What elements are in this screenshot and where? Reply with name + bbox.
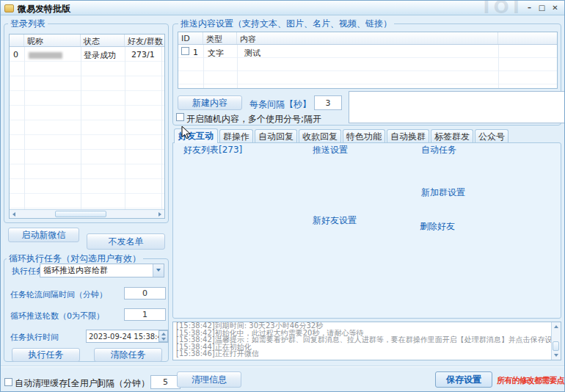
tab-auto-reply[interactable]: 自动回复 (255, 129, 297, 142)
tab-special-features[interactable]: 特色功能 (343, 129, 385, 142)
tab-friend-interaction[interactable]: 好友互动 (174, 128, 218, 143)
per-message-interval-label: 每条间隔【秒】 (249, 98, 311, 111)
tab-payment-reply[interactable]: 收款回复 (299, 129, 341, 142)
new-friend-panel-title: 新好友设置 (310, 216, 359, 225)
content-table-header: ID 类型 内容 (178, 32, 557, 45)
tab-group-ops[interactable]: 群操作 (219, 129, 253, 142)
clear-info-button[interactable]: 清理信息 (177, 371, 241, 388)
random-content-label: 开启随机内容，多个使用分号;隔开 (186, 113, 321, 126)
spinner-down-icon[interactable] (161, 338, 166, 341)
login-panel: 昵称 状态 好友/群数 0 登录成功 273/1 (4, 23, 169, 223)
rotate-interval-label: 任务轮流间隔时间（分钟） (10, 289, 107, 300)
grid-line (81, 47, 81, 210)
delete-friends-title: 删除好友 (418, 222, 457, 231)
chevron-down-icon[interactable] (153, 264, 164, 277)
content-col-type: 类型 (203, 32, 237, 44)
scroll-right-arrow[interactable] (157, 211, 163, 217)
push-content-panel-title: 推送内容设置（支持文本、图片、名片、视频、链接） (178, 19, 394, 29)
login-table-header: 昵称 状态 好友/群数 (10, 35, 164, 47)
auto-clean-cache-label: 自动清理缓存[全用户] (15, 377, 101, 390)
per-message-interval-input[interactable] (314, 95, 342, 110)
grid-line (24, 47, 25, 210)
login-row-index: 0 (13, 50, 18, 59)
auto-tasks-title: 自动任务 (419, 145, 459, 155)
login-col-index (10, 35, 24, 46)
start-new-wechat-button[interactable]: 启动新微信 (8, 228, 79, 242)
loop-task-panel: 执行任务 循环推送内容给群 任务轮流间隔时间（分钟） 循环推送轮数（0为不限） … (4, 258, 169, 362)
close-button[interactable]: ✕ (550, 4, 561, 13)
tab-official-account[interactable]: 公众号 (475, 129, 508, 142)
login-row-nickname-redacted (29, 52, 62, 59)
scroll-up-arrow[interactable] (553, 324, 559, 330)
login-hscrollbar[interactable] (10, 209, 164, 218)
time-spinner[interactable] (158, 330, 168, 342)
login-row-counts: 273/1 (131, 50, 155, 59)
grid-line (203, 45, 204, 88)
push-content-panel: ID 类型 内容 1 文字 测试 新建内容 每条间隔【秒】 开启随机内容，多个使… (172, 23, 561, 126)
footer-divider (1, 366, 565, 367)
tab-auto-switch-group[interactable]: 自动换群 (387, 129, 429, 142)
content-col-content: 内容 (237, 32, 498, 44)
content-col-extra (498, 32, 557, 44)
content-row-content: 测试 (244, 48, 260, 59)
content-table: ID 类型 内容 1 文字 测试 (178, 32, 558, 89)
title-bar: 微易发特批版 IOI – □ ✕ (1, 1, 565, 15)
exec-task-value: 循环推送内容给群 (43, 265, 108, 276)
tab-content-area (172, 142, 561, 319)
run-task-button[interactable]: 执行任务 (12, 348, 80, 362)
app-icon (4, 4, 14, 12)
log-vscrollbar[interactable] (551, 322, 561, 360)
exec-time-label: 任务执行时间 (10, 332, 59, 343)
scroll-left-arrow[interactable] (11, 211, 17, 217)
grid-line (237, 45, 238, 88)
log-line: [15:38:46]正在打开微信 (173, 350, 561, 357)
cache-interval-input[interactable] (150, 375, 181, 389)
content-row-checkbox[interactable] (181, 47, 189, 55)
no-send-list-button[interactable]: 不发名单 (87, 233, 165, 250)
tab-tag-broadcast[interactable]: 标签群发 (431, 129, 473, 142)
scroll-thumb[interactable] (553, 341, 559, 351)
exec-time-input[interactable] (86, 330, 169, 343)
auto-clean-cache-checkbox[interactable] (4, 378, 12, 386)
login-col-status: 状态 (81, 35, 125, 46)
watermark: IOI (483, 0, 523, 18)
random-content-checkbox[interactable] (176, 113, 184, 121)
scroll-thumb[interactable] (55, 211, 106, 217)
spinner-up-icon[interactable] (161, 333, 166, 335)
rounds-input[interactable] (124, 308, 166, 321)
grid-line (498, 45, 499, 88)
friends-panel-title: 好友列表[273] (181, 145, 244, 155)
login-row-status: 登录成功 (84, 50, 116, 61)
login-col-counts: 好友/群数 (125, 35, 165, 46)
content-row-id: 1 (193, 48, 198, 57)
content-table-gridlines (178, 45, 557, 88)
maximize-button[interactable]: □ (536, 4, 547, 13)
loop-task-panel-title: 循环执行任务（对勾选用户有效） (7, 254, 143, 264)
login-col-nickname: 昵称 (24, 35, 81, 46)
login-panel-title: 登录列表 (8, 19, 48, 29)
grid-line (161, 47, 162, 210)
rounds-label: 循环推送轮数（0为不限） (10, 311, 104, 322)
login-table: 昵称 状态 好友/群数 0 登录成功 273/1 (9, 34, 165, 219)
window-title: 微易发特批版 (18, 3, 70, 15)
grid-line (125, 47, 125, 210)
exec-task-select[interactable]: 循环推送内容给群 (40, 264, 164, 277)
minimize-button[interactable]: – (524, 4, 535, 13)
rotate-interval-input[interactable] (124, 287, 166, 300)
log-box[interactable]: [15:38:42]到期时间: 30天23小时46分32秒 [15:38:42]… (172, 322, 561, 360)
content-col-id: ID (178, 32, 203, 44)
new-group-panel-title: 新加群设置 (419, 188, 467, 197)
login-table-gridlines (10, 47, 164, 210)
content-preview-textarea[interactable] (349, 91, 565, 123)
cache-interval-label: 间隔（分钟） (97, 377, 150, 390)
save-hint-text: 所有的修改都需要点保存 (497, 375, 565, 386)
new-content-button[interactable]: 新建内容 (178, 95, 242, 110)
save-settings-button[interactable]: 保存设置 (435, 371, 492, 388)
scroll-down-arrow[interactable] (553, 352, 559, 358)
content-row-type: 文字 (208, 48, 224, 59)
app-window: 微易发特批版 IOI – □ ✕ 登录列表 昵称 状态 好友/群数 0 登录成功… (0, 0, 565, 392)
clear-task-button[interactable]: 清除任务 (94, 348, 162, 362)
mouse-cursor (181, 126, 192, 140)
push-settings-title: 推送设置 (310, 145, 350, 155)
